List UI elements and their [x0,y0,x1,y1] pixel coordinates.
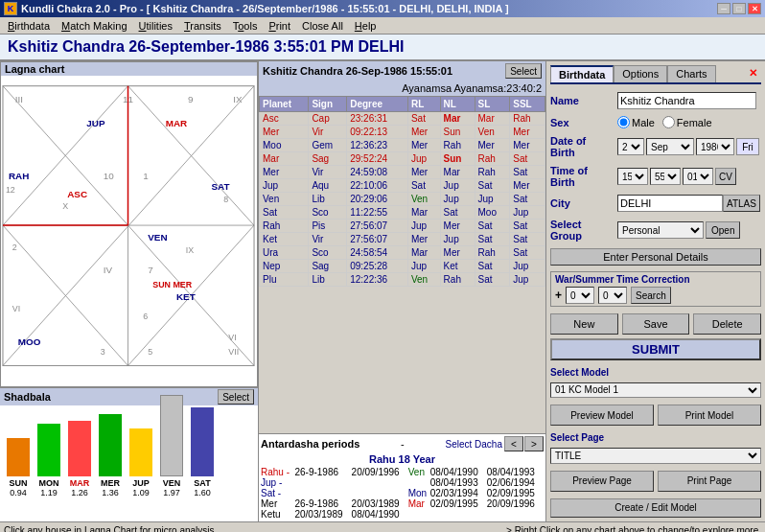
search-button[interactable]: Search [631,287,671,304]
menu-tools[interactable]: Tools [227,19,264,33]
submit-button[interactable]: SUBMIT [550,338,761,359]
tob-cv-button[interactable]: CV [715,168,736,185]
city-label: City [550,197,617,209]
dasha-next-button[interactable]: > [524,436,544,451]
shadbala-col-mar: MAR 1.26 [65,421,94,497]
tob-group: 15 55 01 CV [617,168,736,185]
ayanamsa-label: Ayanamsa [402,82,452,94]
war-val1-select[interactable]: 0 [566,287,594,304]
table-row[interactable]: KetVir27:56:07MerJupSatSat [260,233,545,246]
menu-birthdata[interactable]: Birthdata [2,19,56,33]
table-row[interactable]: UraSco24:58:54MarMerRahSat [260,246,545,260]
sex-male-option[interactable]: Male [617,116,655,128]
dasha-prev-button[interactable]: < [504,436,523,451]
chart-canvas[interactable]: 11 9 JUP MAR III IX RAH 12 ASC [1,76,257,386]
dob-month-select[interactable]: Sep [646,138,694,155]
table-row[interactable]: MerVir24:59:08MerMarRahSat [260,166,545,179]
new-button[interactable]: New [550,313,618,335]
action-row: New Save Delete [550,313,761,335]
shadbala-val-mer: 1.36 [102,488,119,497]
name-input[interactable] [617,92,756,109]
ayanamsa-value: Ayanamsa:23:40:2 [453,82,542,94]
table-row[interactable]: MooGem12:36:23MerRahMerMer [260,139,545,152]
menu-print[interactable]: Print [263,19,296,33]
atlas-button[interactable]: ATLAS [723,195,760,212]
table-row[interactable]: NepSag09:25:28JupKetSatJup [260,260,545,273]
tob-label: Time ofBirth [550,165,617,188]
war-plus: + [555,289,562,302]
page-select[interactable]: TITLE [550,448,761,464]
antardasha-row: Jup - 08/04/199302/06/1994 [261,477,544,488]
svg-text:VEN: VEN [148,232,167,243]
lagna-svg[interactable]: 11 9 JUP MAR III IX RAH 12 ASC [1,76,257,386]
svg-text:VI: VI [12,304,20,313]
print-model-button[interactable]: Print Model [658,405,761,426]
tab-birthdata[interactable]: Birthdata [550,65,614,82]
svg-text:KET: KET [176,291,196,302]
dob-year-select[interactable]: 1986 [696,138,734,155]
sex-male-radio[interactable] [617,116,630,128]
sex-female-option[interactable]: Female [662,116,712,128]
sex-female-radio[interactable] [662,116,675,128]
planet-select-button[interactable]: Select [505,63,542,79]
shadbala-col-sun: SUN 0.94 [4,428,33,497]
tob-sec-select[interactable]: 01 [683,168,713,185]
model-select[interactable]: 01 KC Model 1 [550,382,761,399]
tob-min-select[interactable]: 55 [650,168,681,185]
city-input[interactable] [617,195,723,212]
lagna-chart-area: Lagna chart [0,61,258,387]
table-row[interactable]: PluLib12:22:36VenRahSatJup [260,273,545,287]
save-button[interactable]: Save [622,313,690,335]
menu-help[interactable]: Help [349,19,382,33]
svg-text:7: 7 [148,266,153,276]
group-select[interactable]: Personal [617,221,704,239]
antardasha-title: Antardasha periods [261,438,359,450]
svg-text:8: 8 [223,195,228,204]
svg-text:12: 12 [6,185,15,195]
svg-text:VII: VII [228,347,239,357]
svg-text:11: 11 [123,95,133,105]
table-row[interactable]: RahPis27:56:07JupMerSatSat [260,220,545,233]
enter-personal-button[interactable]: Enter Personal Details [550,248,761,266]
table-row[interactable]: SatSco11:22:55MarSatMooJup [260,206,545,220]
main-content: Lagna chart [0,61,765,521]
svg-text:III: III [15,95,23,105]
planet-table-wrapper: Planet Sign Degree RL NL SL SSL AscCap23… [259,96,545,433]
group-open-button[interactable]: Open [706,221,740,239]
preview-page-button[interactable]: Preview Page [550,471,654,492]
minimize-button[interactable]: ─ [717,3,730,14]
sex-label: Sex [550,117,617,128]
menu-utilities[interactable]: Utilities [133,19,178,33]
close-button[interactable]: ✕ [748,3,761,14]
menu-matchmaking[interactable]: Match Making [56,19,132,33]
menu-closeall[interactable]: Close All [296,19,349,33]
tab-options[interactable]: Options [614,65,667,82]
preview-model-button[interactable]: Preview Model [550,405,654,426]
svg-text:ASC: ASC [67,189,87,199]
shadbala-select-button[interactable]: Select [218,389,254,405]
war-val2-select[interactable]: 0 [598,287,627,304]
menu-transits[interactable]: Transits [178,19,227,33]
title-bar: K Kundli Chakra 2.0 - Pro - [ Kshitiz Ch… [0,0,765,17]
planet-table: Planet Sign Degree RL NL SL SSL AscCap23… [259,96,545,287]
tab-charts[interactable]: Charts [667,65,715,82]
delete-button[interactable]: Delete [693,313,761,335]
table-row[interactable]: AscCap23:26:31SatMarMarRah [260,112,545,126]
table-row[interactable]: MerVir09:22:13MerSunVenMer [260,126,545,139]
shadbala-val-mon: 1.19 [40,488,58,497]
close-tab-button[interactable]: ✕ [745,65,761,82]
maximize-button[interactable]: □ [732,3,746,14]
tob-hour-select[interactable]: 15 [617,168,648,185]
table-row[interactable]: VenLib20:29:06VenJupJupSat [260,193,545,206]
dob-day-select[interactable]: 26 [617,138,644,155]
svg-text:RAH: RAH [9,171,29,181]
print-page-button[interactable]: Print Page [658,471,761,492]
select-group-row: SelectGroup Personal Open [550,219,761,242]
table-row[interactable]: JupAqu22:10:06SatJupSatMer [260,179,545,193]
tob-row: Time ofBirth 15 55 01 CV [550,165,761,188]
sex-row: Sex Male Female [550,116,761,128]
create-model-button[interactable]: Create / Edit Model [550,498,761,518]
menu-bar: Birthdata Match Making Utilities Transit… [0,17,765,35]
table-row[interactable]: MarSag29:52:24JupSunRahSat [260,152,545,166]
shadbala-bars: SUN 0.94 MON 1.19 MAR 1.26 MER 1.36 [0,405,258,501]
